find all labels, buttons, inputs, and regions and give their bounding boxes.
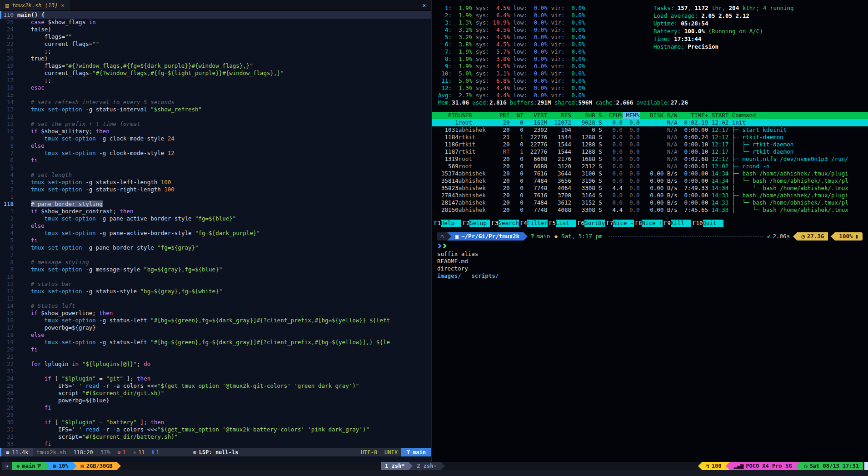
htop-function-keys[interactable]: F1Help F2Setup F3SearchF4FilterF5List F6… xyxy=(432,220,868,227)
fl-token[interactable]: Nice - xyxy=(613,220,634,227)
process-row[interactable]: 1184rtkit 21 1 22776 1544 1288 S 0.0 0.0… xyxy=(432,134,868,141)
htop-pane[interactable]: 1: 1.9% sys: 4.5% low: 0.0% vir: 0.0% 2:… xyxy=(432,0,868,228)
code-line[interactable]: 25 IFS=' ' read -r -a colors <<<"$(get_t… xyxy=(0,382,431,390)
code-line[interactable]: 21 xyxy=(0,353,431,361)
code-line[interactable]: 15 if $show_powerline; then xyxy=(0,310,431,317)
code-line[interactable]: 1 if $show_border_contrast; then xyxy=(0,208,431,215)
code-line[interactable]: 18 current_flags="#{?window_flags,#{fg=$… xyxy=(0,70,431,77)
battery-segment: ↯ 100 xyxy=(702,462,726,470)
code-line[interactable]: 18 else xyxy=(0,331,431,339)
fl-token[interactable]: Setup xyxy=(469,220,490,227)
prompt-input-line[interactable] xyxy=(437,242,863,250)
session-segment[interactable]: ◈ main Ƥ xyxy=(12,462,45,470)
code-line[interactable]: 20 fi xyxy=(0,346,431,353)
tmux-window-2[interactable]: 2 zsh- xyxy=(413,462,440,470)
code-line[interactable]: 29 xyxy=(0,411,431,419)
code-line[interactable]: 12 xyxy=(0,113,431,120)
process-row[interactable]: 27843abhishek 20 0 7616 3708 3164 S 0.0 … xyxy=(432,192,868,199)
process-row[interactable]: 28150abhishek 20 0 7748 4088 3308 S 4.4 … xyxy=(432,206,868,214)
tabline-close-icon[interactable]: × xyxy=(417,0,431,10)
code-line[interactable]: 2 tmux set-option -g status-right-length… xyxy=(0,186,431,193)
code-line[interactable]: 13 tmux set-option -g status-interval "$… xyxy=(0,106,431,113)
p-token: -g status-left xyxy=(96,317,150,324)
code-line[interactable]: 17 ;; xyxy=(0,77,431,84)
process-row[interactable]: 28147abhishek 20 0 7484 3612 3152 S 0.0 … xyxy=(432,199,868,206)
code-line[interactable]: 27 powerbg=${blue} xyxy=(0,397,431,404)
process-row[interactable]: 35823abhishek 20 0 7748 4064 3308 S 4.4 … xyxy=(432,185,868,192)
editor-pane[interactable]: ▤ tmux2k.sh (13) × × 110 main() { 25 cas… xyxy=(0,0,431,462)
code-line[interactable]: 31 IFS=' ' read -r -a colors <<<"$(get_t… xyxy=(0,426,431,433)
process-row[interactable]: 35374abhishek 20 0 7616 3644 3100 S 0.0 … xyxy=(432,170,868,177)
fl-token[interactable]: Help xyxy=(441,220,461,227)
code-line[interactable]: 8 # message styling xyxy=(0,259,431,266)
vim-cmdline[interactable] xyxy=(0,456,431,462)
process-row[interactable]: 1root 20 0 162M 12072 9028 S 0.0 0.0 N/A… xyxy=(432,119,868,126)
code-line[interactable]: 25 case $show_flags in xyxy=(0,19,431,26)
code-line[interactable]: 14 # Status left xyxy=(0,302,431,310)
fl-token[interactable]: Search xyxy=(499,220,519,227)
code-line[interactable]: 5 fi xyxy=(0,237,431,244)
process-row[interactable]: 569root 20 0 6688 3120 2312 S 0.0 0.0 N/… xyxy=(432,163,868,170)
code-line[interactable]: 33 fi xyxy=(0,441,431,448)
code-line[interactable]: 22 current_flags="" xyxy=(0,40,431,48)
code-line[interactable]: 16 esac xyxy=(0,84,431,91)
code-line[interactable]: 6 fi xyxy=(0,157,431,164)
tmux-window-1[interactable]: 1 zsh* xyxy=(381,462,409,470)
code-line[interactable]: 19 flags="#{?window_flags,#{fg=${dark_pu… xyxy=(0,62,431,70)
code-line[interactable]: 20 true) xyxy=(0,55,431,62)
code-line[interactable]: 19 tmux set-option -g status-left "#[bg=… xyxy=(0,339,431,346)
code-line[interactable]: 15 xyxy=(0,91,431,99)
code-line[interactable]: 30 if [ "$lplugin" = "battery" ]; then xyxy=(0,419,431,426)
fl-token[interactable]: List xyxy=(556,220,576,227)
code-line[interactable]: 118 # pane border styling xyxy=(0,200,431,208)
buffer-tab[interactable]: ▤ tmux2k.sh (13) × xyxy=(0,0,70,10)
code-line[interactable]: 23 flags="" xyxy=(0,33,431,40)
fl-token[interactable]: Filter xyxy=(527,220,548,227)
code-line[interactable]: 4 tmux set-option -g pane-active-border-… xyxy=(0,230,431,237)
code-line[interactable]: 23 xyxy=(0,368,431,375)
code-line[interactable]: 32 script="#($current_dir/battery.sh)" xyxy=(0,433,431,441)
code-line[interactable]: 3 else xyxy=(0,222,431,230)
process-row[interactable]: 35814abhishek 20 0 7484 3656 3196 S 0.0 … xyxy=(432,177,868,185)
code-line[interactable]: 13 xyxy=(0,295,431,302)
code-line[interactable]: 7 xyxy=(0,251,431,259)
code-line[interactable]: 26 script="#($current_dir/git.sh)" xyxy=(0,390,431,397)
process-table[interactable]: PIDUSER PRI NI VIRT RES SHR S CPU% MEM% … xyxy=(432,112,868,214)
code-line[interactable]: 22 for lplugin in "${lplugins[@]}"; do xyxy=(0,361,431,368)
code-line[interactable]: 11 # status bar xyxy=(0,281,431,288)
code-line[interactable]: 8 else xyxy=(0,142,431,150)
process-row[interactable]: 1187rtkit RT 1 22776 1544 1288 S 0.0 0.0… xyxy=(432,148,868,155)
cg-token: 12:17 xyxy=(708,141,728,148)
code-line[interactable]: 10 xyxy=(0,273,431,281)
code-line[interactable]: 6 tmux set-option -g pane-border-style "… xyxy=(0,244,431,251)
fl-token[interactable]: Nice + xyxy=(642,220,663,227)
process-row[interactable]: 1031abhishek 20 0 2392 104 0 S 0.0 0.0 N… xyxy=(432,126,868,134)
code-line[interactable]: 10 if $show_military; then xyxy=(0,128,431,135)
code-line[interactable]: 12 tmux set-option -g status-style "bg=$… xyxy=(0,288,431,295)
code-line[interactable]: 17 powerbg=${gray} xyxy=(0,324,431,331)
code-line[interactable]: 16 tmux set-option -g status-left "#[bg=… xyxy=(0,317,431,324)
code-line[interactable]: 11 # set the prefix + t time format xyxy=(0,120,431,128)
process-table-header[interactable]: PIDUSER PRI NI VIRT RES SHR S CPU% MEM% … xyxy=(432,112,868,119)
code-line[interactable]: 3 tmux set-option -g status-left-length … xyxy=(0,179,431,186)
fl-token[interactable]: SortBy xyxy=(584,220,605,227)
process-row[interactable]: 1319root 20 0 6608 2176 1688 S 0.0 0.0 N… xyxy=(432,155,868,163)
code-line[interactable]: 1 xyxy=(0,193,431,200)
code-line[interactable]: 5 xyxy=(0,164,431,171)
shell-pane[interactable]: ⌂ ▣ ~/Pr/Gi/Pr/tmux2k Ƥ main ◆ Sat, 5:17… xyxy=(432,228,868,462)
code-line[interactable]: 14 # sets refresh interval to every 5 se… xyxy=(0,99,431,106)
code-line[interactable]: 4 # set length xyxy=(0,171,431,179)
fl-token[interactable]: Kill xyxy=(671,220,691,227)
fl-token[interactable]: Quit xyxy=(703,220,723,227)
code-line[interactable]: 24 false) xyxy=(0,26,431,33)
code-line[interactable]: 28 fi xyxy=(0,404,431,411)
tab-close-icon[interactable]: × xyxy=(61,2,64,9)
code-line[interactable]: 7 tmux set-option -g clock-mode-style 12 xyxy=(0,150,431,157)
code-line[interactable]: 24 if [ "$lplugin" = "git" ]; then xyxy=(0,375,431,382)
code-line[interactable]: 9 tmux set-option -g message-style "bg=$… xyxy=(0,266,431,273)
process-row[interactable]: 1186rtkit 20 0 22776 1544 1288 S 0.0 0.0… xyxy=(432,141,868,148)
code-buffer[interactable]: 25 case $show_flags in 24 false) 23 flag… xyxy=(0,19,431,448)
code-line[interactable]: 9 tmux set-option -g clock-mode-style 24 xyxy=(0,135,431,142)
code-line[interactable]: 21 ;; xyxy=(0,48,431,55)
code-line[interactable]: 2 tmux set-option -g pane-active-border-… xyxy=(0,215,431,222)
